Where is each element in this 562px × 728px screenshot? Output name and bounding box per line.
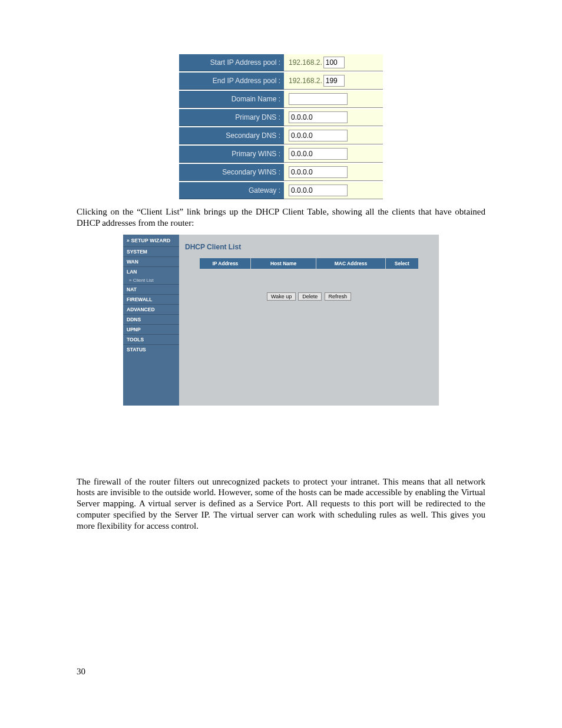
settings-field: 192.168.2. [284,73,383,90]
settings-input[interactable] [289,111,348,123]
settings-label: End IP Address pool : [179,73,284,90]
settings-input[interactable] [289,185,348,196]
sidebar-item[interactable]: LAN [123,266,179,276]
settings-input[interactable] [289,166,348,178]
settings-field [284,109,383,126]
sidebar-item[interactable]: SYSTEM [123,246,179,256]
settings-field [284,146,383,163]
settings-field [284,182,383,199]
sidebar-item[interactable]: STATUS [123,344,179,354]
paragraph-client-list: Clicking on the “Client List” link bring… [77,206,485,229]
sidebar-subitem[interactable]: » Client List [123,276,179,284]
settings-input[interactable] [289,148,348,160]
ip-prefix: 192.168.2. [289,77,322,85]
sidebar-setup-wizard[interactable]: » SETUP WIZARD [123,235,179,246]
content-title: DHCP Client List [179,235,439,257]
ip-prefix: 192.168.2. [289,58,322,67]
settings-label: Primary DNS : [179,109,284,126]
refresh-button[interactable]: Refresh [325,292,352,301]
sidebar-item[interactable]: WAN [123,256,179,266]
delete-button[interactable]: Delete [298,292,322,301]
settings-label: Secondary WINS : [179,164,284,181]
settings-row: Secondary WINS : [179,164,383,181]
settings-field: 192.168.2. [284,54,383,71]
sidebar-item[interactable]: UPnP [123,324,179,334]
settings-row: End IP Address pool :192.168.2. [179,73,383,90]
settings-input[interactable] [289,130,348,141]
settings-input[interactable] [323,75,345,87]
column-header: MAC Address [316,258,385,269]
sidebar-item[interactable]: DDNS [123,314,179,324]
router-ui: » SETUP WIZARD SYSTEMWANLAN» Client List… [123,235,439,406]
paragraph-firewall: The firewall of the router filters out u… [77,476,485,532]
settings-field [284,127,383,144]
settings-row: Secondary DNS : [179,127,383,144]
sidebar-item[interactable]: NAT [123,284,179,294]
settings-field [284,91,383,108]
sidebar-item[interactable]: ADVANCED [123,304,179,314]
page-number: 30 [77,667,485,677]
settings-input[interactable] [323,57,345,68]
settings-label: Gateway : [179,182,284,199]
settings-label: Start IP Address pool : [179,54,284,71]
settings-row: Start IP Address pool :192.168.2. [179,54,383,71]
settings-label: Primary WINS : [179,146,284,163]
sidebar-item[interactable]: FIREWALL [123,294,179,304]
settings-label: Secondary DNS : [179,127,284,144]
wake-up-button[interactable]: Wake up [267,292,296,301]
settings-row: Primary DNS : [179,109,383,126]
settings-row: Domain Name : [179,91,383,108]
settings-label: Domain Name : [179,91,284,108]
settings-input[interactable] [289,93,348,105]
settings-row: Primary WINS : [179,146,383,163]
content-pane: DHCP Client List IP AddressHost NameMAC … [179,235,439,406]
column-header: Host Name [251,258,316,269]
sidebar: » SETUP WIZARD SYSTEMWANLAN» Client List… [123,235,179,406]
column-header: Select [386,258,418,269]
sidebar-item[interactable]: TOOLS [123,334,179,344]
dhcp-settings-table: Start IP Address pool :192.168.2.End IP … [179,53,383,200]
settings-field [284,164,383,181]
dhcp-client-table: IP AddressHost NameMAC AddressSelect [200,258,418,269]
settings-row: Gateway : [179,182,383,199]
column-header: IP Address [200,258,251,269]
